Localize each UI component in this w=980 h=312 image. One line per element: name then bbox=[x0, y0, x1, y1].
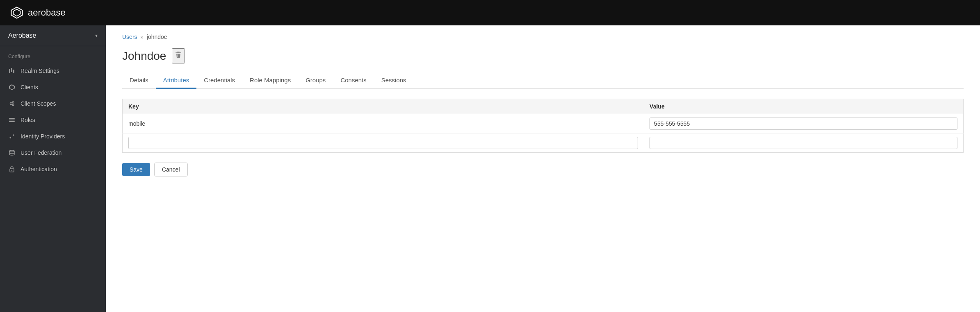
sidebar-section-configure: Configure bbox=[0, 46, 106, 63]
page-title-row: Johndoe bbox=[122, 48, 964, 63]
svg-point-10 bbox=[12, 104, 14, 106]
realm-selector[interactable]: Aerobase ▾ bbox=[0, 25, 106, 46]
table-row-new bbox=[123, 133, 964, 153]
sidebar: Aerobase ▾ Configure Realm Settings bbox=[0, 25, 106, 312]
sidebar-item-realm-settings[interactable]: Realm Settings bbox=[0, 63, 106, 79]
svg-rect-18 bbox=[175, 52, 181, 53]
cogs-icon bbox=[8, 100, 16, 107]
sidebar-item-label: Authentication bbox=[21, 166, 57, 172]
new-key-input[interactable] bbox=[128, 137, 638, 149]
content-area: Users » johndoe Johndoe Details Attribut… bbox=[106, 25, 980, 312]
sidebar-item-label: Roles bbox=[21, 117, 35, 123]
table-cell-key: mobile bbox=[123, 114, 644, 133]
tab-attributes[interactable]: Attributes bbox=[156, 72, 196, 89]
tab-sessions[interactable]: Sessions bbox=[374, 72, 414, 89]
realm-label: Aerobase bbox=[8, 32, 36, 39]
svg-point-9 bbox=[12, 102, 14, 103]
svg-marker-0 bbox=[11, 7, 22, 18]
tab-role-mappings[interactable]: Role Mappings bbox=[242, 72, 298, 89]
tab-groups[interactable]: Groups bbox=[298, 72, 333, 89]
col-header-value: Value bbox=[644, 99, 963, 114]
chevron-down-icon: ▾ bbox=[95, 33, 98, 38]
topbar: aerobase bbox=[0, 0, 980, 25]
svg-rect-5 bbox=[9, 72, 10, 72]
database-icon bbox=[8, 149, 16, 156]
breadcrumb-separator: » bbox=[141, 34, 144, 40]
cancel-button[interactable]: Cancel bbox=[154, 163, 188, 176]
svg-rect-17 bbox=[177, 52, 180, 52]
delete-user-button[interactable] bbox=[172, 48, 185, 63]
sidebar-item-label: Client Scopes bbox=[21, 100, 56, 107]
table-row: mobile bbox=[123, 114, 964, 133]
logo-icon bbox=[10, 6, 24, 20]
tab-details[interactable]: Details bbox=[122, 72, 156, 89]
sidebar-item-authentication[interactable]: Authentication bbox=[0, 161, 106, 177]
table-cell-value bbox=[644, 114, 963, 133]
sliders-icon bbox=[8, 67, 16, 75]
new-value-input[interactable] bbox=[650, 137, 957, 149]
svg-point-8 bbox=[10, 103, 12, 105]
sidebar-item-label: Clients bbox=[21, 84, 38, 90]
arrows-icon bbox=[8, 133, 16, 140]
sidebar-item-user-federation[interactable]: User Federation bbox=[0, 145, 106, 161]
svg-rect-13 bbox=[9, 121, 15, 122]
table-cell-new-key bbox=[123, 133, 644, 153]
logo-text: aerobase bbox=[28, 7, 66, 18]
sidebar-item-label: User Federation bbox=[21, 149, 62, 156]
svg-point-16 bbox=[11, 170, 12, 171]
svg-marker-1 bbox=[14, 9, 21, 16]
tab-consents[interactable]: Consents bbox=[333, 72, 374, 89]
main-layout: Aerobase ▾ Configure Realm Settings bbox=[0, 25, 980, 312]
cube-icon bbox=[8, 84, 16, 91]
breadcrumb-users-link[interactable]: Users bbox=[122, 34, 137, 40]
tab-credentials[interactable]: Credentials bbox=[196, 72, 242, 89]
page-title: Johndoe bbox=[122, 50, 166, 63]
col-header-key: Key bbox=[123, 99, 644, 114]
sidebar-item-client-scopes[interactable]: Client Scopes bbox=[0, 95, 106, 112]
sidebar-item-roles[interactable]: Roles bbox=[0, 112, 106, 128]
sidebar-item-clients[interactable]: Clients bbox=[0, 79, 106, 95]
tabs-bar: Details Attributes Credentials Role Mapp… bbox=[122, 72, 964, 89]
lock-icon bbox=[8, 165, 16, 173]
table-cell-new-value bbox=[644, 133, 963, 153]
logo: aerobase bbox=[10, 6, 66, 20]
save-button[interactable]: Save bbox=[122, 163, 150, 176]
breadcrumb-current: johndoe bbox=[147, 34, 167, 40]
svg-rect-11 bbox=[9, 118, 15, 119]
svg-rect-7 bbox=[13, 72, 14, 72]
value-input[interactable] bbox=[650, 118, 957, 130]
action-buttons: Save Cancel bbox=[122, 163, 964, 176]
sidebar-item-identity-providers[interactable]: Identity Providers bbox=[0, 128, 106, 145]
attributes-table: Key Value mobile bbox=[122, 99, 964, 153]
list-icon bbox=[8, 116, 16, 124]
svg-point-14 bbox=[9, 150, 14, 152]
sidebar-item-label: Realm Settings bbox=[21, 68, 59, 74]
sidebar-item-label: Identity Providers bbox=[21, 133, 65, 140]
svg-rect-12 bbox=[9, 120, 15, 120]
svg-rect-6 bbox=[11, 71, 12, 72]
breadcrumb: Users » johndoe bbox=[122, 34, 964, 40]
